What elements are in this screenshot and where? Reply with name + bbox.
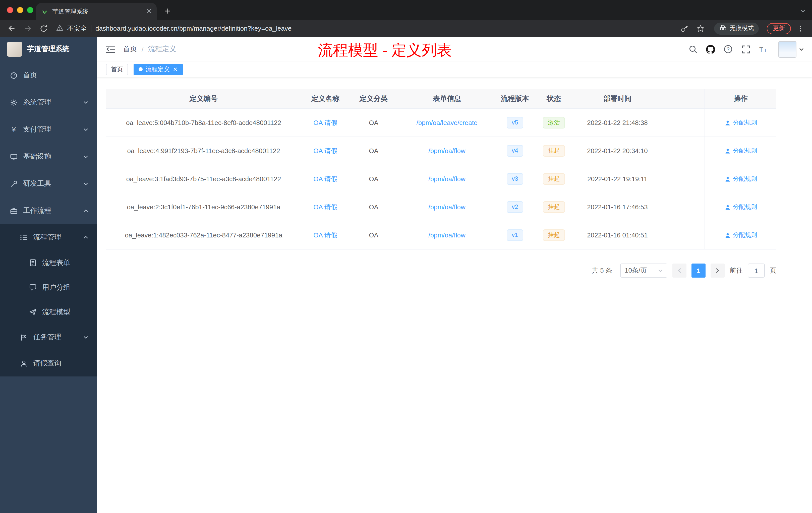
prev-page-button[interactable] xyxy=(672,264,687,278)
document-icon xyxy=(29,259,37,267)
url-divider xyxy=(91,25,91,32)
sidebar-item-payment[interactable]: ¥ 支付管理 xyxy=(0,116,97,143)
table-row: oa_leave:4:991f2193-7b7f-11ec-a3c8-acde4… xyxy=(106,137,776,165)
tag-home[interactable]: 首页 xyxy=(106,63,128,75)
version-tag: v1 xyxy=(507,230,523,241)
new-tab-button[interactable] xyxy=(161,4,175,18)
assign-rule-link[interactable]: 分配规则 xyxy=(724,175,757,183)
form-link[interactable]: /bpm/oa/flow xyxy=(428,147,465,155)
sidebar-item-task-mgmt[interactable]: 任务管理 xyxy=(0,324,97,350)
tag-label: 流程定义 xyxy=(146,65,170,73)
sidebar-item-home[interactable]: 首页 xyxy=(0,62,97,89)
sidebar-item-workflow[interactable]: 工作流程 xyxy=(0,197,97,224)
definition-name-link[interactable]: OA 请假 xyxy=(313,118,337,127)
annotation-title: 流程模型 - 定义列表 xyxy=(318,40,452,61)
current-page-button[interactable]: 1 xyxy=(692,264,705,278)
incognito-label: 无痕模式 xyxy=(730,24,754,33)
incognito-badge: 无痕模式 xyxy=(714,22,759,34)
cell-definition-id: oa_leave:2:3c1f0ef1-76b1-11ec-9c66-a2380… xyxy=(106,193,301,221)
status-tag: 激活 xyxy=(543,117,565,128)
address-bar[interactable]: 不安全 dashboard.yudao.iocoder.cn/bpm/manag… xyxy=(56,24,675,33)
version-tag: v4 xyxy=(507,145,523,157)
sidebar-collapse-icon[interactable] xyxy=(105,44,116,55)
next-page-button[interactable] xyxy=(710,264,725,278)
assign-rule-link[interactable]: 分配规则 xyxy=(724,147,757,155)
browser-tab[interactable]: 芋道管理系统 xyxy=(36,3,157,20)
reload-icon[interactable] xyxy=(37,22,50,35)
tab-list-caret-icon[interactable] xyxy=(800,7,806,16)
chevron-up-icon xyxy=(83,234,89,240)
form-link[interactable]: /bpm/oa/leave/create xyxy=(416,119,477,126)
cell-deploy-time: 2022-01-22 19:19:11 xyxy=(574,165,661,193)
sidebar-item-label: 基础设施 xyxy=(23,152,51,161)
help-icon[interactable]: ? xyxy=(724,45,733,54)
sidebar-item-user-group[interactable]: 用户分组 xyxy=(0,275,97,300)
status-tag: 挂起 xyxy=(543,201,565,213)
back-icon[interactable] xyxy=(5,22,18,35)
svg-text:T: T xyxy=(759,46,763,53)
github-icon[interactable] xyxy=(706,45,715,54)
breadcrumb-current: 流程定义 xyxy=(148,45,176,54)
bookmark-star-icon[interactable] xyxy=(694,22,707,35)
maximize-window-button[interactable] xyxy=(27,7,33,13)
cell-deploy-time: 2022-01-16 01:40:51 xyxy=(574,221,661,249)
cell-spacer xyxy=(661,109,704,137)
user-avatar-menu[interactable] xyxy=(778,41,804,58)
tab-title: 芋道管理系统 xyxy=(52,7,143,16)
goto-page-input[interactable] xyxy=(748,264,765,278)
browser-menu-icon[interactable] xyxy=(794,22,807,35)
search-icon[interactable] xyxy=(689,45,697,54)
sidebar-logo[interactable]: 芋道管理系统 xyxy=(0,37,97,62)
assign-rule-link[interactable]: 分配规则 xyxy=(724,118,757,127)
sidebar-item-devtools[interactable]: 研发工具 xyxy=(0,170,97,197)
assign-rule-link[interactable]: 分配规则 xyxy=(724,203,757,211)
col-spacer xyxy=(661,89,704,109)
definition-name-link[interactable]: OA 请假 xyxy=(313,146,337,155)
navbar-actions: ? TT xyxy=(689,41,804,58)
table-row: oa_leave:2:3c1f0ef1-76b1-11ec-9c66-a2380… xyxy=(106,193,776,221)
definition-name-link[interactable]: OA 请假 xyxy=(313,175,337,183)
chevron-down-icon xyxy=(658,268,663,273)
app-navbar: 首页 / 流程定义 流程模型 - 定义列表 ? xyxy=(97,37,812,62)
breadcrumb-home[interactable]: 首页 xyxy=(123,45,137,54)
svg-text:T: T xyxy=(764,48,767,53)
font-size-icon[interactable]: TT xyxy=(759,45,768,54)
definition-name-link[interactable]: OA 请假 xyxy=(313,231,337,240)
cell-deploy-time: 2022-01-16 17:46:53 xyxy=(574,193,661,221)
sidebar-item-label: 系统管理 xyxy=(23,98,51,107)
sidebar-item-process-mgmt[interactable]: 流程管理 xyxy=(0,224,97,250)
sidebar-item-process-model[interactable]: 流程模型 xyxy=(0,300,97,324)
form-link[interactable]: /bpm/oa/flow xyxy=(428,203,465,211)
person-icon xyxy=(724,232,730,238)
form-link[interactable]: /bpm/oa/flow xyxy=(428,232,465,239)
sidebar-item-process-form[interactable]: 流程表单 xyxy=(0,250,97,275)
sidebar-item-infra[interactable]: 基础设施 xyxy=(0,143,97,170)
table-header-row: 定义编号 定义名称 定义分类 表单信息 流程版本 状态 部署时间 操作 xyxy=(106,89,776,109)
minimize-window-button[interactable] xyxy=(17,7,23,13)
sidebar-item-label: 支付管理 xyxy=(23,125,51,134)
sidebar-item-leave-query[interactable]: 请假查询 xyxy=(0,350,97,376)
cell-category: OA xyxy=(349,109,398,137)
table-row: oa_leave:1:482ec033-762a-11ec-8477-a2380… xyxy=(106,221,776,249)
col-definition-name: 定义名称 xyxy=(301,89,349,109)
window-controls xyxy=(7,7,33,13)
pagination-total: 共 5 条 xyxy=(592,266,612,275)
close-window-button[interactable] xyxy=(7,7,13,13)
definition-name-link[interactable]: OA 请假 xyxy=(313,203,337,212)
fullscreen-icon[interactable] xyxy=(741,45,750,54)
tag-close-icon[interactable] xyxy=(173,67,178,72)
forward-icon[interactable] xyxy=(21,22,34,35)
page-unit-label: 页 xyxy=(770,266,776,275)
version-tag: v2 xyxy=(507,201,523,213)
sidebar-submenu: 流程管理 流程表单 用户分组 流程模型 任务管理 xyxy=(0,224,97,376)
page-size-select[interactable]: 10条/页 xyxy=(620,264,667,278)
key-icon[interactable] xyxy=(678,22,691,35)
table-row: oa_leave:3:1fad3d93-7b75-11ec-a3c8-acde4… xyxy=(106,165,776,193)
form-link[interactable]: /bpm/oa/flow xyxy=(428,175,465,183)
goto-label: 前往 xyxy=(730,266,743,275)
update-button[interactable]: 更新 xyxy=(767,23,791,34)
assign-rule-link[interactable]: 分配规则 xyxy=(724,231,757,239)
tab-close-icon[interactable] xyxy=(147,8,152,15)
sidebar-item-system[interactable]: 系统管理 xyxy=(0,89,97,116)
tag-process-definition[interactable]: 流程定义 xyxy=(134,63,183,75)
